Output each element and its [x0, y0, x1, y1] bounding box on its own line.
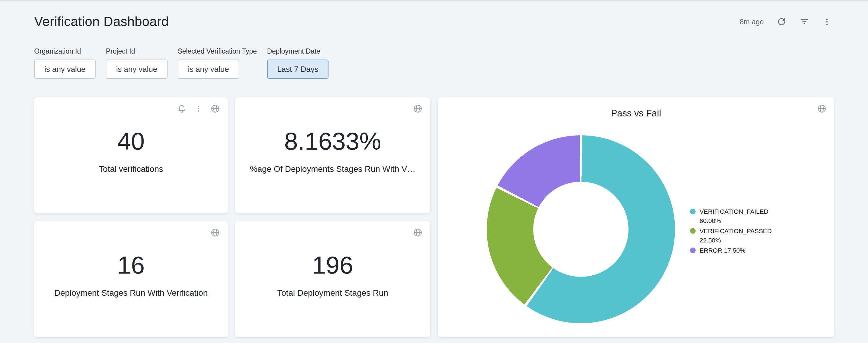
legend-text: VERIFICATION_PASSED 22.50%: [700, 226, 785, 245]
page-title: Verification Dashboard: [34, 14, 169, 29]
legend-pct: 22.50%: [700, 237, 721, 244]
refresh-icon[interactable]: [777, 17, 786, 26]
filter-project-id: Project Id is any value: [106, 46, 167, 79]
dashboard-grid: 40 Total verifications 16 Deployment Sta…: [0, 97, 868, 337]
tile-value: 8.1633%: [284, 129, 381, 153]
tile-total-verifications: 40 Total verifications: [34, 97, 228, 213]
legend-item-verification-failed[interactable]: VERIFICATION_FAILED 60.00%: [690, 207, 785, 226]
legend-item-verification-passed[interactable]: VERIFICATION_PASSED 22.50%: [690, 226, 785, 245]
alert-bell-icon[interactable]: [177, 104, 186, 113]
chart-card-icons: [817, 104, 827, 113]
donut-chart[interactable]: [487, 135, 675, 323]
filter-bar: Organization Id is any value Project Id …: [0, 46, 868, 79]
filter-label: Selected Verification Type: [178, 46, 257, 55]
filter-label: Organization Id: [34, 46, 96, 55]
filter-organization-id-value[interactable]: is any value: [34, 60, 96, 79]
globe-icon[interactable]: [210, 104, 220, 113]
dashboard-header: Verification Dashboard 8m ago: [0, 1, 868, 29]
legend-label: VERIFICATION_FAILED: [700, 208, 769, 215]
pass-vs-fail-chart-card: Pass vs Fail VERIFICATION_FAILED 60.00% …: [438, 97, 834, 337]
header-actions: 8m ago: [740, 17, 831, 27]
last-refresh-time: 8m ago: [740, 18, 764, 26]
tile-icons: [413, 228, 423, 237]
globe-icon[interactable]: [413, 228, 423, 237]
tile-icons: [177, 104, 220, 113]
legend-pct: 17.50%: [724, 247, 745, 254]
grid-column-1: 40 Total verifications 16 Deployment Sta…: [34, 97, 228, 337]
filter-label: Project Id: [106, 46, 167, 55]
filter-selected-verification-type-value[interactable]: is any value: [178, 60, 239, 79]
tile-label: Deployment Stages Run With Verification: [54, 288, 208, 298]
kebab-menu-icon[interactable]: [194, 104, 203, 113]
filter-icon[interactable]: [799, 17, 809, 27]
tile-value: 16: [117, 253, 145, 277]
tile-total-deployment-stages-run: 196 Total Deployment Stages Run: [235, 221, 430, 337]
filter-selected-verification-type: Selected Verification Type is any value: [178, 46, 257, 79]
tile-value: 196: [312, 253, 353, 277]
legend-label: ERROR: [700, 247, 722, 254]
filter-organization-id: Organization Id is any value: [34, 46, 96, 79]
legend-text: ERROR 17.50%: [700, 246, 745, 255]
chart-legend: VERIFICATION_FAILED 60.00% VERIFICATION_…: [690, 207, 785, 255]
legend-pct: 60.00%: [700, 217, 721, 224]
tile-percent-deployments-stages-with-verification: 8.1633% %age Of Deployments Stages Run W…: [235, 97, 430, 213]
legend-item-error[interactable]: ERROR 17.50%: [690, 246, 785, 255]
legend-label: VERIFICATION_PASSED: [700, 228, 772, 234]
kebab-menu-icon[interactable]: [823, 18, 831, 26]
filter-deployment-date: Deployment Date Last 7 Days: [267, 46, 329, 79]
grid-column-2: 8.1633% %age Of Deployments Stages Run W…: [235, 97, 430, 337]
filter-project-id-value[interactable]: is any value: [106, 60, 167, 79]
legend-dot: [690, 209, 696, 214]
chart-title: Pass vs Fail: [438, 108, 834, 119]
globe-icon[interactable]: [817, 104, 827, 113]
tile-icons: [413, 104, 423, 113]
dashboard-page: Verification Dashboard 8m ago Orga: [0, 0, 868, 343]
legend-dot: [690, 228, 696, 234]
tile-icons: [210, 228, 220, 237]
filter-deployment-date-value[interactable]: Last 7 Days: [267, 60, 329, 79]
filter-label: Deployment Date: [267, 46, 329, 55]
tile-label: Total verifications: [99, 164, 163, 174]
tile-label: %age Of Deployments Stages Run With V…: [250, 164, 415, 174]
globe-icon[interactable]: [413, 104, 423, 113]
legend-text: VERIFICATION_FAILED 60.00%: [700, 207, 785, 226]
legend-dot: [690, 247, 696, 253]
tile-value: 40: [117, 129, 145, 153]
tile-label: Total Deployment Stages Run: [277, 288, 388, 298]
tile-deployment-stages-run-with-verification: 16 Deployment Stages Run With Verificati…: [34, 221, 228, 337]
globe-icon[interactable]: [210, 228, 220, 237]
